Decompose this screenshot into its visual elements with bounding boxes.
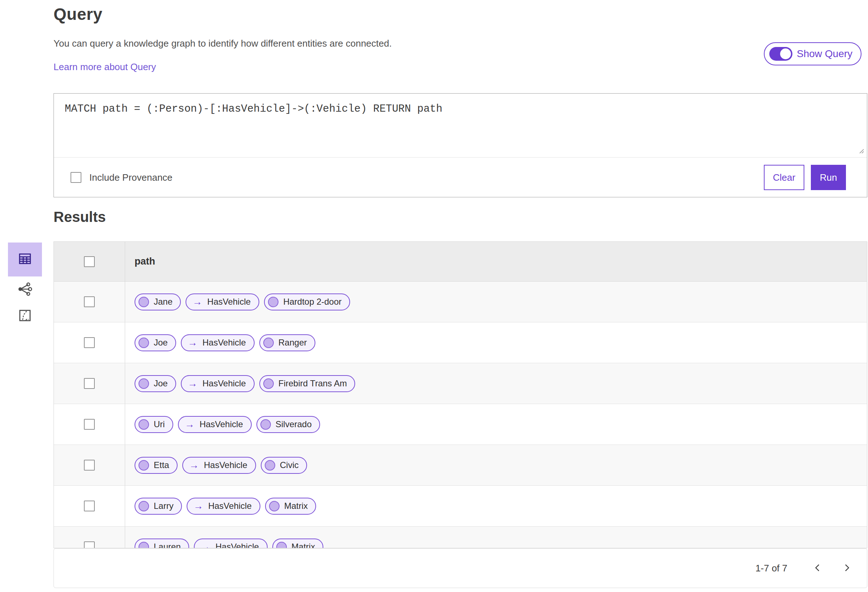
relationship-arrow-icon: → [185,420,195,429]
query-editor-wrap: MATCH path = (:Person)-[:HasVehicle]->(:… [54,94,867,158]
pill-label: Hardtop 2-door [283,297,341,307]
node-pill[interactable]: Matrix [265,498,316,515]
relationship-arrow-icon: → [188,379,198,389]
row-checkbox[interactable] [84,460,95,471]
node-pill[interactable]: Lauren [134,539,189,549]
chevron-left-icon [813,563,822,574]
node-pill[interactable]: Uri [134,416,173,433]
node-pill[interactable]: Hardtop 2-door [264,293,350,311]
table-icon [17,251,32,268]
table-view-button[interactable] [8,243,42,277]
chevron-right-icon [842,563,851,574]
row-path-cell: Etta→HasVehicleCivic [125,445,867,485]
results-table: path Jane→HasVehicleHardtop 2-door Joe→H… [53,242,867,548]
relationship-arrow-icon: → [193,501,203,511]
node-pill[interactable]: Ranger [259,334,315,351]
node-circle-icon [139,501,149,511]
show-query-toggle[interactable]: Show Query [764,42,862,65]
node-pill[interactable]: Civic [261,457,307,474]
row-checkbox-cell [54,527,125,548]
row-checkbox[interactable] [84,296,95,307]
relationship-arrow-icon: → [188,338,198,348]
node-pill[interactable]: Larry [134,498,182,515]
run-button[interactable]: Run [811,165,846,190]
query-editor-textarea[interactable]: MATCH path = (:Person)-[:HasVehicle]->(:… [54,94,867,157]
node-circle-icon [139,378,149,389]
row-checkbox[interactable] [84,337,95,348]
toggle-on-icon [769,47,793,61]
select-all-cell [54,242,125,281]
table-row: Uri→HasVehicleSilverado [54,404,867,445]
node-pill[interactable]: Matrix [272,539,323,549]
node-circle-icon [276,542,287,549]
row-checkbox-cell [54,281,125,322]
link-chart-icon [17,281,33,299]
node-pill[interactable]: Joe [134,375,176,392]
relationship-pill[interactable]: →HasVehicle [194,539,268,549]
pill-label: Etta [154,460,169,470]
node-pill[interactable]: Jane [134,293,181,311]
row-checkbox-cell [54,363,125,404]
query-panel: MATCH path = (:Person)-[:HasVehicle]->(:… [53,93,867,197]
row-checkbox[interactable] [84,419,95,430]
pill-label: Matrix [291,542,315,548]
table-row: Lauren→HasVehicleMatrix [54,527,867,548]
node-pill[interactable]: Firebird Trans Am [259,375,355,392]
relationship-pill[interactable]: →HasVehicle [178,416,252,433]
row-checkbox-cell [54,486,125,526]
table-header-row: path [54,242,867,281]
clear-button[interactable]: Clear [764,165,805,190]
path-column-header: path [134,256,155,267]
query-toolbar: Include Provenance Clear Run [54,158,867,197]
row-path-cell: Joe→HasVehicleRanger [125,323,867,363]
row-checkbox-cell [54,323,125,363]
relationship-pill[interactable]: →HasVehicle [186,293,259,311]
include-provenance-checkbox[interactable] [71,172,81,183]
map-view-button[interactable] [8,303,42,329]
relationship-pill[interactable]: →HasVehicle [181,334,255,351]
node-pill[interactable]: Joe [134,334,176,351]
row-path-cell: Larry→HasVehicleMatrix [125,486,867,526]
pill-label: Joe [154,378,168,389]
resize-handle-icon[interactable] [857,146,865,156]
pill-label: Civic [280,460,299,470]
learn-more-link[interactable]: Learn more about Query [53,62,156,73]
pagination-prev-button[interactable] [810,560,826,576]
select-all-checkbox[interactable] [84,256,95,267]
table-body: Jane→HasVehicleHardtop 2-door Joe→HasVeh… [54,281,867,548]
relationship-pill[interactable]: →HasVehicle [187,498,260,515]
query-actions: Clear Run [764,165,846,190]
row-checkbox-cell [54,445,125,485]
include-provenance-group: Include Provenance [71,172,173,183]
row-checkbox[interactable] [84,501,95,511]
results-title: Results [53,209,106,225]
node-circle-icon [265,460,275,471]
pill-label: Larry [154,501,174,511]
row-checkbox[interactable] [84,378,95,389]
row-checkbox[interactable] [84,541,95,548]
row-path-cell: Joe→HasVehicleFirebird Trans Am [125,363,867,404]
pill-label: Silverado [276,419,312,429]
results-pagination-bar: 1-7 of 7 [53,548,867,588]
pill-label: HasVehicle [207,297,251,307]
row-path-cell: Uri→HasVehicleSilverado [125,404,867,445]
node-circle-icon [139,460,149,471]
pagination-next-button[interactable] [839,560,855,576]
relationship-pill[interactable]: →HasVehicle [182,457,256,474]
relationship-pill[interactable]: →HasVehicle [181,375,255,392]
table-row: Joe→HasVehicleFirebird Trans Am [54,363,867,404]
relationship-arrow-icon: → [189,461,199,470]
pill-label: Joe [154,337,168,348]
table-row: Jane→HasVehicleHardtop 2-door [54,281,867,323]
node-pill[interactable]: Silverado [257,416,320,433]
table-row: Larry→HasVehicleMatrix [54,486,867,527]
pill-label: Ranger [279,337,307,348]
node-circle-icon [139,337,149,348]
link-chart-view-button[interactable] [8,277,42,303]
relationship-arrow-icon: → [201,542,211,549]
node-pill[interactable]: Etta [134,457,177,474]
node-circle-icon [268,297,279,307]
path-header-cell: path [125,242,867,281]
results-view-switcher [8,243,42,329]
pill-label: Jane [154,297,173,307]
